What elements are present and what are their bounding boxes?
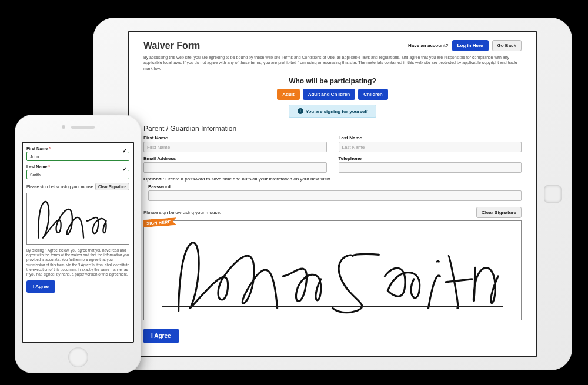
participation-heading: Who will be participating? (143, 77, 522, 85)
tablet-home-button[interactable] (544, 185, 562, 203)
agreement-disclaimer: By clicking 'I Agree' below, you agree t… (26, 248, 129, 277)
optional-rest: Create a password to save time and auto-… (164, 176, 330, 182)
first-name-field: First Name * ✓ (26, 146, 129, 161)
login-button[interactable]: Log in Here (452, 40, 489, 51)
first-name-label: First Name (143, 135, 327, 140)
info-icon: i (298, 108, 303, 114)
name-row: First Name Last Name (143, 135, 522, 152)
option-adult-and-children[interactable]: Adult and Children (303, 89, 356, 100)
clear-signature-button[interactable]: Clear Signature (476, 207, 522, 218)
phone-top-cluster (15, 125, 141, 129)
required-mark: * (49, 146, 51, 150)
first-name-input[interactable] (26, 152, 129, 161)
page-title: Waiver Form (143, 41, 200, 51)
terms-text: By accessing this web site, you are agre… (143, 55, 522, 71)
signature-header-row: Please sign below using your mouse. Clea… (143, 207, 522, 218)
last-name-field: Last Name * ✓ (26, 165, 129, 179)
telephone-input[interactable] (339, 162, 522, 173)
signature-hint: Please sign below using your mouse. (143, 210, 221, 215)
go-back-button[interactable]: Go Back (492, 40, 522, 51)
phone-home-button[interactable] (68, 347, 88, 367)
phone-device-frame: First Name * ✓ Last Name * ✓ Please sign… (15, 115, 141, 373)
self-sign-note: i You are signing for yourself (289, 105, 377, 118)
signature-header-row: Please sign below using your mouse. Clea… (26, 183, 129, 190)
optional-lead: Optional: (143, 176, 164, 182)
password-label: Password (148, 184, 522, 189)
self-sign-note-row: i You are signing for yourself (143, 105, 522, 118)
signature-baseline (162, 306, 503, 307)
contact-row: Email Address Telephone (143, 156, 522, 173)
valid-check-icon: ✓ (122, 148, 127, 154)
required-mark: * (48, 165, 50, 169)
signature-pad[interactable]: SIGN HERE (143, 220, 522, 320)
option-children[interactable]: Children (358, 89, 387, 100)
first-name-label: First Name (26, 146, 48, 150)
self-sign-note-text: You are signing for yourself (306, 109, 368, 114)
email-label: Email Address (143, 156, 327, 161)
telephone-label: Telephone (339, 156, 522, 161)
signature-hint: Please sign below using your mouse. (26, 185, 95, 189)
participation-options: Adult Adult and Children Children (143, 89, 522, 100)
last-name-input[interactable] (339, 142, 522, 152)
guardian-section-heading: Parent / Guardian Information (143, 125, 522, 133)
waiver-form-screen: Waiver Form Have an account? Log in Here… (128, 31, 537, 357)
valid-check-icon: ✓ (122, 166, 127, 172)
last-name-label: Last Name (26, 165, 47, 169)
account-prompt: Have an account? (408, 43, 448, 48)
last-name-label: Last Name (339, 135, 522, 140)
email-input[interactable] (143, 162, 327, 173)
clear-signature-button[interactable]: Clear Signature (95, 183, 129, 190)
agree-button[interactable]: I Agree (143, 329, 179, 343)
tablet-device-frame: Waiver Form Have an account? Log in Here… (93, 18, 572, 370)
header-actions: Have an account? Log in Here Go Back (408, 40, 522, 51)
signature-drawing (27, 193, 129, 244)
agree-button[interactable]: I Agree (26, 280, 55, 293)
waiver-form-mobile-screen: First Name * ✓ Last Name * ✓ Please sign… (22, 142, 134, 343)
first-name-input[interactable] (143, 142, 327, 152)
page-header: Waiver Form Have an account? Log in Here… (143, 40, 522, 51)
last-name-input[interactable] (26, 170, 129, 179)
signature-pad[interactable] (26, 193, 129, 245)
password-input[interactable] (148, 190, 522, 201)
option-adult[interactable]: Adult (277, 89, 299, 100)
optional-password-hint: Optional: Create a password to save time… (143, 176, 522, 182)
signature-drawing (144, 221, 521, 320)
phone-camera (62, 125, 65, 129)
phone-speaker (71, 126, 95, 129)
